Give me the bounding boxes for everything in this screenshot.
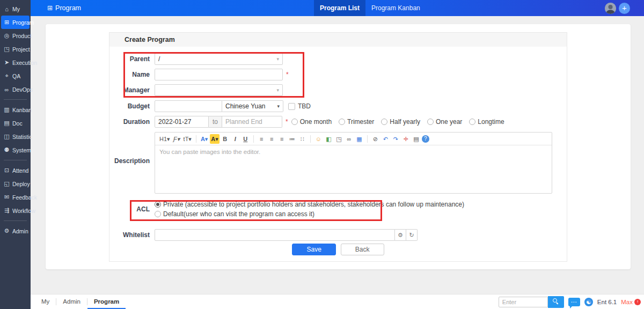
create-plus-button[interactable]: + — [619, 3, 630, 14]
emoji-icon[interactable]: ☺ — [314, 134, 323, 144]
radio-icon[interactable] — [381, 119, 387, 125]
field-budget: Budget Chinese Yuan ▾ TBD — [109, 100, 567, 112]
font-size-icon[interactable]: tT▾ — [182, 134, 193, 144]
align-right-icon[interactable]: ≡ — [277, 134, 287, 144]
unordered-list-icon[interactable]: ∷ — [298, 134, 307, 144]
sidebar-item-program[interactable]: ⊞Program — [1, 16, 30, 29]
user-avatar[interactable] — [605, 3, 616, 14]
sidebar-item-workflow[interactable]: ⇶Workflow — [0, 204, 31, 217]
sidebar-item-my[interactable]: ⌂My — [0, 2, 31, 16]
sidebar-item-doc[interactable]: ▤Doc — [0, 116, 31, 130]
sidebar-item-execution[interactable]: ➤Execution — [0, 56, 31, 69]
link-icon[interactable]: ∞ — [345, 134, 354, 144]
description-editor[interactable]: H1▾ Ƒ▾ tT▾ A▾ A▾ B I U ≡ ≡ ≡ ≔ — [155, 132, 552, 194]
heading-icon[interactable]: H1▾ — [158, 134, 171, 144]
duration-end-input[interactable] — [222, 116, 282, 128]
editor-placeholder[interactable]: You can paste images into the editor. — [155, 145, 552, 158]
underline-icon[interactable]: U — [241, 134, 250, 144]
edition-max[interactable]: Max↑ — [621, 299, 641, 305]
refresh-icon[interactable]: ↻ — [406, 229, 418, 241]
required-asterisk: * — [286, 116, 288, 128]
sidebar-item-project[interactable]: ◳Project — [0, 42, 31, 56]
app-root: ⌂My ⊞Program ◎Product ◳Project ➤Executio… — [0, 0, 644, 309]
whitelist-label: Whitelist — [109, 229, 155, 241]
sidebar-item-kanban[interactable]: ▥Kanban — [0, 103, 31, 116]
currency-select[interactable]: Chinese Yuan ▾ — [222, 100, 283, 112]
italic-icon[interactable]: I — [231, 134, 240, 144]
footer-tab-my[interactable]: My — [35, 295, 56, 309]
radio-icon[interactable] — [469, 119, 475, 125]
field-parent: Parent / ▾ — [109, 53, 567, 65]
toolbar-separator — [253, 135, 254, 143]
sidebar-item-label: DevOps — [12, 86, 33, 93]
tab-program-list[interactable]: Program List — [314, 0, 365, 16]
radio-icon[interactable] — [427, 119, 434, 125]
gear-icon[interactable]: ⚙ — [395, 229, 406, 241]
parent-label: Parent — [109, 53, 155, 65]
sidebar-item-qa[interactable]: ⌖QA — [0, 69, 31, 83]
radio-icon[interactable] — [291, 119, 298, 125]
footer-tab-admin[interactable]: Admin — [56, 295, 87, 309]
tab-program-kanban[interactable]: Program Kanban — [365, 0, 426, 16]
search-button[interactable] — [548, 296, 564, 308]
duration-option-one-month[interactable]: One month — [291, 116, 332, 128]
save-button[interactable]: Save — [292, 244, 335, 255]
sidebar-item-label: Statistic — [12, 134, 32, 140]
parent-select[interactable]: / ▾ — [155, 53, 283, 65]
sidebar-item-devops[interactable]: ∞DevOps — [0, 83, 31, 96]
table-icon[interactable]: ▦ — [355, 134, 364, 144]
option-label: Trimester — [347, 116, 374, 128]
sidebar-item-admin[interactable]: ⚙Admin — [0, 224, 31, 238]
name-input[interactable] — [155, 69, 283, 80]
highlight-color-icon[interactable]: A▾ — [210, 134, 219, 144]
align-left-icon[interactable]: ≡ — [257, 134, 266, 144]
tbd-checkbox[interactable] — [288, 103, 295, 110]
home-icon: ⌂ — [3, 6, 10, 12]
ordered-list-icon[interactable]: ≔ — [288, 134, 297, 144]
back-button[interactable]: Back — [341, 244, 384, 255]
search-input[interactable] — [499, 297, 548, 307]
duration-option-longtime[interactable]: Longtime — [469, 116, 504, 128]
search-icon — [553, 298, 557, 303]
manager-label: Manager — [109, 84, 155, 96]
acl-option-private[interactable]: Private (accessible to project portfolio… — [155, 200, 561, 209]
sidebar-item-product[interactable]: ◎Product — [0, 29, 31, 42]
budget-label: Budget — [109, 100, 155, 112]
font-color-icon[interactable]: A▾ — [200, 134, 209, 144]
align-center-icon[interactable]: ≡ — [267, 134, 276, 144]
bold-icon[interactable]: B — [221, 134, 230, 144]
sidebar-item-deploy[interactable]: ◱Deploy — [0, 177, 31, 190]
sidebar: ⌂My ⊞Program ◎Product ◳Project ➤Executio… — [0, 0, 31, 309]
undo-icon[interactable]: ↶ — [381, 134, 390, 144]
sidebar-item-statistic[interactable]: ◫Statistic — [0, 130, 31, 143]
budget-input[interactable] — [155, 100, 222, 112]
duration-option-one-year[interactable]: One year — [427, 116, 462, 128]
acl-option-default[interactable]: Default(user who can visit the program c… — [155, 210, 561, 218]
footer-tab-program[interactable]: Program — [87, 295, 126, 309]
redo-icon[interactable]: ↷ — [391, 134, 400, 144]
sidebar-item-attend[interactable]: ⊡Attend — [0, 164, 31, 177]
image-icon[interactable]: ◧ — [324, 134, 333, 144]
radio-icon[interactable] — [339, 119, 345, 125]
whitelist-input[interactable] — [155, 229, 395, 241]
duration-option-trimester[interactable]: Trimester — [339, 116, 374, 128]
fullscreen-icon[interactable]: ✛ — [401, 134, 411, 144]
sidebar-item-system[interactable]: ⚉System — [0, 143, 31, 157]
radio-checked-icon[interactable] — [155, 201, 161, 208]
footer-tabs: My Admin Program — [35, 295, 126, 309]
duration-option-half-yearly[interactable]: Half yearly — [381, 116, 420, 128]
program-grid-icon: ⊞ — [3, 19, 10, 26]
font-family-icon[interactable]: Ƒ▾ — [172, 134, 181, 144]
feedback-chat-icon[interactable]: … — [568, 298, 580, 306]
zentao-logo-icon[interactable]: ☯ — [584, 298, 593, 306]
remove-format-icon[interactable]: ⊘ — [371, 134, 380, 144]
topbar-tabs: Program List Program Kanban — [314, 0, 426, 16]
source-icon[interactable]: ▤ — [412, 134, 421, 144]
screenshot-icon[interactable]: ◳ — [334, 134, 343, 144]
radio-icon[interactable] — [155, 211, 161, 217]
duration-start-input[interactable] — [155, 116, 209, 128]
program-grid-icon: ⊞ — [47, 4, 53, 12]
sidebar-item-feedback[interactable]: ✉Feedback — [0, 190, 31, 204]
help-icon[interactable]: ? — [422, 135, 429, 143]
manager-select[interactable]: ▾ — [155, 84, 283, 96]
